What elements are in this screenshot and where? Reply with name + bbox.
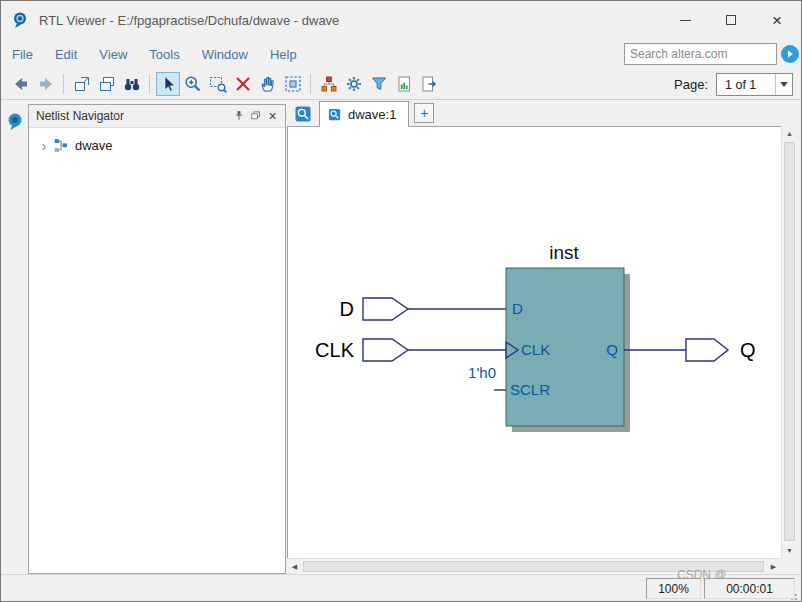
netlist-navigator-title: Netlist Navigator — [33, 109, 230, 123]
filter-icon[interactable] — [367, 72, 391, 96]
page-label: Page: — [674, 77, 708, 92]
maximize-icon — [726, 15, 736, 25]
port-sclr-label: SCLR — [510, 381, 550, 398]
page-navigation: Page: 1 of 1 — [674, 73, 793, 96]
zoom-level-value: 100% — [658, 582, 689, 596]
search-input[interactable] — [624, 43, 777, 65]
page-select-dropdown[interactable]: 1 of 1 — [716, 73, 793, 96]
tab-bar: dwave:1 + — [288, 101, 793, 127]
instance-name-label: inst — [549, 242, 579, 263]
zoom-level-indicator: 100% — [646, 578, 701, 599]
rtl-schematic[interactable]: inst D CLK SCLR Q D CLK 1'h0 Q — [288, 127, 780, 557]
speech-bubble-icon[interactable] — [5, 111, 25, 131]
viewer-icon — [293, 104, 313, 124]
schematic-canvas[interactable]: inst D CLK SCLR Q D CLK 1'h0 Q — [287, 126, 781, 558]
port-clk-label: CLK — [521, 341, 550, 358]
resize-grip[interactable] — [795, 594, 797, 596]
search-go-icon[interactable] — [780, 44, 800, 64]
hierarchy-up-icon[interactable] — [317, 72, 341, 96]
page-select-value: 1 of 1 — [725, 78, 756, 92]
float-panel-button[interactable] — [247, 108, 264, 125]
menu-help[interactable]: Help — [259, 42, 308, 67]
select-pointer-icon[interactable] — [156, 72, 180, 96]
scrollbar-corner — [781, 558, 796, 574]
zoom-selection-icon[interactable] — [231, 72, 255, 96]
chevron-down-icon — [780, 82, 788, 87]
tree-expander-icon[interactable]: › — [37, 138, 51, 153]
find-binoculars-icon[interactable] — [120, 72, 144, 96]
port-q-label: Q — [606, 341, 618, 358]
menu-view[interactable]: View — [88, 42, 138, 67]
arrow-left-icon: ◀ — [292, 563, 297, 571]
netlist-navigator-panel: Netlist Navigator × › dwave — [28, 104, 286, 574]
close-panel-button[interactable]: × — [264, 108, 281, 125]
input-d-label: D — [340, 298, 354, 320]
zoom-area-icon[interactable] — [206, 72, 230, 96]
toolbar-separator — [310, 74, 311, 94]
search-area — [624, 43, 800, 65]
tab-page-icon — [327, 107, 342, 122]
vertical-scroll-thumb[interactable] — [784, 142, 795, 541]
title-bar: RTL Viewer - E:/fpgapractise/Dchufa/dwav… — [1, 1, 801, 39]
add-page-button[interactable]: + — [414, 103, 434, 123]
toolbar-separator — [63, 74, 64, 94]
float-panel-icon — [249, 109, 263, 123]
input-pin-clk[interactable] — [363, 339, 408, 361]
arrow-up-icon: ▲ — [786, 130, 793, 137]
minimize-button[interactable] — [662, 1, 708, 39]
back-icon[interactable] — [9, 72, 33, 96]
tab-label: dwave:1 — [348, 107, 396, 122]
scroll-right-button[interactable]: ▶ — [766, 559, 781, 575]
output-pin-q[interactable] — [686, 339, 728, 361]
netlist-navigator-header: Netlist Navigator × — [29, 105, 285, 128]
scroll-down-button[interactable]: ▼ — [782, 543, 797, 558]
maximize-button[interactable] — [708, 1, 754, 39]
plus-icon: + — [420, 105, 428, 121]
scroll-up-button[interactable]: ▲ — [782, 126, 797, 141]
tree-item-label: dwave — [75, 138, 113, 153]
tab-dwave-1[interactable]: dwave:1 — [319, 101, 409, 127]
arrow-right-icon: ▶ — [771, 563, 776, 571]
fit-view-icon[interactable] — [281, 72, 305, 96]
pan-hand-icon[interactable] — [256, 72, 280, 96]
cascade-windows-icon[interactable] — [95, 72, 119, 96]
settings-gear-icon[interactable] — [342, 72, 366, 96]
menu-file[interactable]: File — [1, 42, 44, 67]
input-clk-label: CLK — [315, 339, 355, 361]
app-icon — [11, 10, 31, 30]
close-button[interactable]: × — [754, 1, 800, 39]
pin-icon — [232, 109, 246, 123]
report-icon[interactable] — [392, 72, 416, 96]
scroll-left-button[interactable]: ◀ — [287, 559, 302, 575]
window-title: RTL Viewer - E:/fpgapractise/Dchufa/dwav… — [39, 13, 339, 28]
rtl-viewer-window: RTL Viewer - E:/fpgapractise/Dchufa/dwav… — [0, 0, 802, 602]
export-icon[interactable] — [417, 72, 441, 96]
close-icon: × — [268, 109, 276, 123]
elapsed-time-indicator: 00:00:01 — [704, 578, 795, 599]
status-bar: 100% 00:00:01 — [1, 574, 801, 602]
elapsed-time-value: 00:00:01 — [726, 582, 773, 596]
tree-item-dwave[interactable]: › dwave — [37, 137, 285, 154]
constant-label: 1'h0 — [468, 364, 496, 381]
minimize-icon — [680, 20, 691, 21]
vertical-scrollbar[interactable]: ▲ ▼ — [781, 126, 796, 558]
page-dropdown-zone[interactable] — [775, 74, 792, 95]
detach-page-icon[interactable] — [70, 72, 94, 96]
menu-edit[interactable]: Edit — [44, 42, 88, 67]
toolbar-separator — [149, 74, 150, 94]
zoom-in-icon[interactable] — [181, 72, 205, 96]
output-q-label: Q — [740, 339, 756, 361]
netlist-hierarchy-icon — [53, 137, 70, 154]
close-icon: × — [772, 12, 782, 29]
menu-window[interactable]: Window — [191, 42, 259, 67]
window-controls: × — [662, 1, 800, 39]
menu-tools[interactable]: Tools — [138, 42, 190, 67]
arrow-down-icon: ▼ — [786, 547, 793, 554]
pin-panel-button[interactable] — [230, 108, 247, 125]
forward-icon[interactable] — [34, 72, 58, 96]
port-d-label: D — [512, 300, 523, 317]
input-pin-d[interactable] — [363, 298, 408, 320]
